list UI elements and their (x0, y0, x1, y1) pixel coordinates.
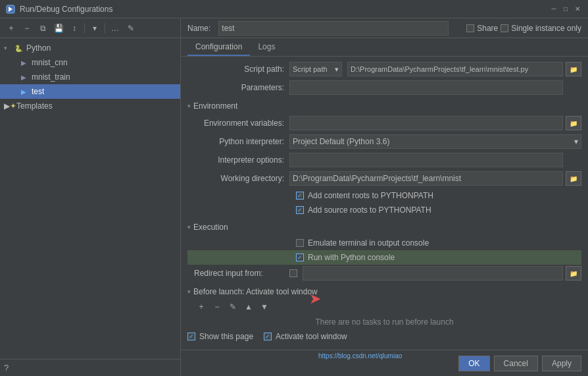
python-arrow-icon: ▾ (4, 45, 13, 51)
before-launch-toolbar: + − ✎ ▲ ▼ (187, 299, 581, 315)
show-row: ✓ Show this page ✓ Activate tool window (187, 329, 581, 344)
env-variables-field: 📁 (289, 116, 581, 130)
redirect-input-label: Redirect input from: (187, 269, 289, 278)
working-dir-field: 📁 (289, 171, 581, 186)
run-with-python-console-checkbox[interactable]: ✓ (296, 254, 304, 261)
script-path-dropdown-label: Script path (293, 65, 328, 73)
share-area: Share Single instance only (466, 24, 581, 33)
redirect-input-checkbox[interactable] (289, 269, 297, 277)
tree-test[interactable]: ▶ test (0, 84, 180, 99)
tree-mnist-cnn[interactable]: ▶ mnist_cnn (0, 55, 180, 70)
emulate-terminal-row: Emulate terminal in output console (187, 236, 581, 250)
before-launch-up-btn[interactable]: ▲ (241, 300, 256, 314)
bottom-bar: https://blog.csdn.net/qlumiao OK Cancel … (181, 350, 588, 376)
toolbar-separator (84, 23, 85, 34)
cancel-btn[interactable]: Cancel (494, 356, 538, 371)
env-section-arrow-icon: ▾ (187, 103, 191, 109)
parameters-field: 📁 (289, 80, 581, 95)
config-tree: ▾ 🐍 Python ▶ mnist_cnn ▶ mnist_train ▶ t… (0, 38, 180, 359)
script-path-input[interactable] (347, 62, 563, 76)
share-label: Share (477, 24, 498, 33)
redirect-input-browse-btn[interactable]: 📁 (566, 266, 581, 281)
execution-section-header: ▾ Execution (187, 220, 581, 234)
interpreter-options-input[interactable] (289, 153, 563, 167)
show-page-checkbox[interactable]: ✓ (187, 333, 195, 340)
before-launch-section: ▾ Before launch: Activate tool window + … (187, 284, 581, 329)
name-label: Name: (187, 24, 210, 33)
working-dir-browse-btn[interactable]: 📁 (566, 171, 581, 186)
emulate-terminal-checkbox[interactable] (296, 239, 304, 247)
working-dir-input[interactable] (289, 171, 563, 186)
single-instance-checkbox-label[interactable]: Single instance only (501, 24, 581, 33)
before-launch-edit-btn[interactable]: ✎ (226, 300, 240, 314)
arrow-down-btn[interactable]: ▾ (87, 21, 102, 36)
copy-config-btn[interactable]: ⧉ (36, 21, 50, 36)
dropdown-arrow-icon: ▾ (335, 65, 339, 74)
script-path-browse-btn[interactable]: 📁 (566, 62, 581, 76)
add-content-roots-checkbox[interactable]: ✓ (296, 192, 304, 200)
python-interpreter-field: Project Default (Python 3.6) ▾ (289, 134, 581, 149)
add-config-btn[interactable]: + (4, 21, 18, 36)
edit-btn[interactable]: ✎ (124, 21, 138, 36)
add-content-roots-label: Add content roots to PYTHONPATH (308, 191, 433, 200)
parameters-input[interactable] (289, 80, 563, 95)
close-btn[interactable]: ✕ (572, 4, 583, 14)
remove-config-btn[interactable]: − (20, 21, 34, 36)
name-input[interactable] (218, 21, 449, 36)
minimize-btn[interactable]: ─ (549, 4, 559, 14)
add-content-roots-row: ✓ Add content roots to PYTHONPATH (187, 188, 581, 203)
tab-logs[interactable]: Logs (250, 38, 283, 56)
env-variables-browse-btn[interactable]: 📁 (566, 116, 581, 130)
interpreter-options-label: Interpreter options: (187, 155, 289, 165)
run-with-python-console-row: ✓ Run with Python console (187, 250, 581, 265)
exec-section-arrow-icon: ▾ (187, 224, 191, 230)
before-launch-remove-btn[interactable]: − (210, 300, 224, 314)
share-checkbox[interactable] (466, 24, 474, 32)
redirect-input-input[interactable] (303, 266, 563, 281)
run-with-python-console-label: Run with Python console (308, 253, 395, 262)
before-launch-down-btn[interactable]: ▼ (257, 300, 272, 314)
tree-python-group[interactable]: ▾ 🐍 Python (0, 41, 180, 55)
env-variables-input[interactable] (289, 116, 563, 130)
script-path-dropdown[interactable]: Script path ▾ (289, 62, 342, 76)
single-instance-label: Single instance only (511, 24, 581, 33)
mnist-train-label: mnist_train (32, 72, 70, 82)
right-panel: Name: Share Single instance only Configu… (181, 18, 588, 376)
help-btn[interactable]: ? (4, 363, 9, 373)
tabs-row: Configuration Logs (181, 38, 588, 57)
interpreter-options-row: Interpreter options: 📁 (187, 151, 581, 169)
python-interpreter-row: Python interpreter: Project Default (Pyt… (187, 133, 581, 150)
tree-mnist-train[interactable]: ▶ mnist_train (0, 70, 180, 84)
share-checkbox-label[interactable]: Share (466, 24, 498, 33)
single-instance-checkbox[interactable] (501, 24, 508, 32)
parameters-row: Parameters: 📁 (187, 79, 581, 96)
more-btn[interactable]: … (108, 21, 122, 36)
main-content: + − ⧉ 💾 ↕ ▾ … ✎ ▾ 🐍 Python ▶ mnist_cnn ▶ (0, 18, 588, 376)
python-interpreter-dropdown[interactable]: Project Default (Python 3.6) ▾ (289, 134, 581, 149)
tab-configuration[interactable]: Configuration (187, 38, 250, 56)
script-path-label: Script path: (187, 65, 289, 74)
test-label: test (32, 87, 44, 96)
ok-btn[interactable]: OK (458, 356, 489, 371)
interpreter-options-browse-btn[interactable]: 📁 (566, 153, 581, 167)
left-bottom-bar: ? (0, 359, 180, 376)
save-config-btn[interactable]: 💾 (51, 21, 66, 36)
apply-btn[interactable]: Apply (542, 356, 581, 371)
before-launch-add-btn[interactable]: + (194, 300, 208, 314)
tree-templates[interactable]: ▶ ✦ Templates (0, 99, 180, 113)
title-bar: Run/Debug Configurations ─ □ ✕ (0, 0, 588, 18)
parameters-browse-btn[interactable]: 📁 (566, 80, 581, 95)
add-source-roots-checkbox[interactable]: ✓ (296, 206, 304, 214)
no-tasks-row: There are no tasks to run before launch (187, 315, 581, 329)
python-interpreter-label: Python interpreter: (187, 137, 289, 146)
env-variables-row: Environment variables: 📁 (187, 115, 581, 132)
run-icon-mnist-train: ▶ (18, 72, 29, 82)
script-path-row: Script path: Script path ▾ 📁 (187, 61, 581, 78)
app-icon (5, 4, 16, 14)
mnist-cnn-label: mnist_cnn (32, 58, 68, 67)
env-variables-label: Environment variables: (187, 119, 289, 128)
redirect-input-row: Redirect input from: 📁 (187, 265, 581, 282)
activate-tool-window-checkbox[interactable]: ✓ (264, 333, 272, 340)
maximize-btn[interactable]: □ (560, 4, 571, 14)
sort-config-btn[interactable]: ↕ (67, 21, 82, 36)
